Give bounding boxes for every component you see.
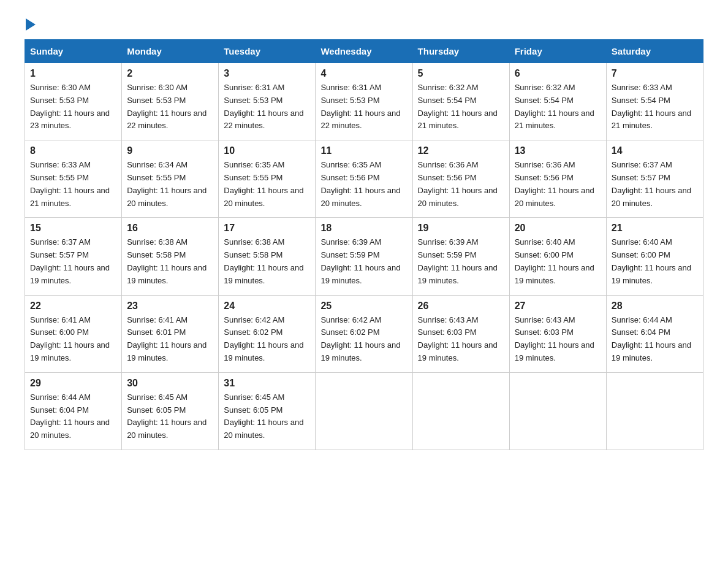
day-number: 9 <box>127 145 213 156</box>
day-number: 15 <box>30 223 116 234</box>
column-header-friday: Friday <box>509 40 606 63</box>
day-info: Sunrise: 6:43 AMSunset: 6:03 PMDaylight:… <box>418 315 498 362</box>
day-info: Sunrise: 6:32 AMSunset: 5:54 PMDaylight:… <box>418 83 498 130</box>
day-number: 31 <box>224 378 310 389</box>
day-number: 28 <box>612 301 698 312</box>
calendar-cell: 19Sunrise: 6:39 AMSunset: 5:59 PMDayligh… <box>412 218 509 295</box>
day-info: Sunrise: 6:32 AMSunset: 5:54 PMDaylight:… <box>515 83 594 130</box>
calendar-cell: 2Sunrise: 6:30 AMSunset: 5:53 PMDaylight… <box>122 63 219 140</box>
calendar-week-row: 1Sunrise: 6:30 AMSunset: 5:53 PMDaylight… <box>25 63 703 140</box>
day-info: Sunrise: 6:37 AMSunset: 5:57 PMDaylight:… <box>612 160 691 207</box>
day-info: Sunrise: 6:33 AMSunset: 5:55 PMDaylight:… <box>30 160 110 207</box>
calendar-cell: 27Sunrise: 6:43 AMSunset: 6:03 PMDayligh… <box>509 295 606 372</box>
calendar-cell: 22Sunrise: 6:41 AMSunset: 6:00 PMDayligh… <box>25 295 122 372</box>
day-number: 8 <box>30 145 116 156</box>
day-number: 19 <box>418 223 504 234</box>
calendar-week-row: 22Sunrise: 6:41 AMSunset: 6:00 PMDayligh… <box>25 295 703 372</box>
day-number: 27 <box>515 301 601 312</box>
day-info: Sunrise: 6:36 AMSunset: 5:56 PMDaylight:… <box>515 160 594 207</box>
calendar-cell: 6Sunrise: 6:32 AMSunset: 5:54 PMDaylight… <box>509 63 606 140</box>
day-number: 24 <box>224 301 310 312</box>
day-info: Sunrise: 6:35 AMSunset: 5:55 PMDaylight:… <box>224 160 303 207</box>
day-number: 18 <box>320 223 407 234</box>
day-info: Sunrise: 6:36 AMSunset: 5:56 PMDaylight:… <box>418 160 498 207</box>
day-number: 12 <box>418 145 504 156</box>
calendar-cell: 17Sunrise: 6:38 AMSunset: 5:58 PMDayligh… <box>219 218 316 295</box>
day-number: 5 <box>418 68 504 79</box>
day-info: Sunrise: 6:45 AMSunset: 6:05 PMDaylight:… <box>224 393 303 440</box>
day-info: Sunrise: 6:35 AMSunset: 5:56 PMDaylight:… <box>320 160 400 207</box>
day-info: Sunrise: 6:30 AMSunset: 5:53 PMDaylight:… <box>30 83 110 130</box>
day-info: Sunrise: 6:38 AMSunset: 5:58 PMDaylight:… <box>127 237 207 285</box>
day-number: 20 <box>515 223 601 234</box>
day-info: Sunrise: 6:44 AMSunset: 6:04 PMDaylight:… <box>612 315 691 362</box>
calendar-cell: 24Sunrise: 6:42 AMSunset: 6:02 PMDayligh… <box>219 295 316 372</box>
day-number: 11 <box>320 145 407 156</box>
column-header-sunday: Sunday <box>25 40 122 63</box>
day-number: 6 <box>515 68 601 79</box>
day-number: 4 <box>320 68 407 79</box>
calendar-cell: 28Sunrise: 6:44 AMSunset: 6:04 PMDayligh… <box>606 295 703 372</box>
calendar-cell: 30Sunrise: 6:45 AMSunset: 6:05 PMDayligh… <box>122 372 219 450</box>
day-info: Sunrise: 6:45 AMSunset: 6:05 PMDaylight:… <box>127 393 207 440</box>
calendar-cell: 14Sunrise: 6:37 AMSunset: 5:57 PMDayligh… <box>606 140 703 218</box>
day-info: Sunrise: 6:38 AMSunset: 5:58 PMDaylight:… <box>224 237 303 285</box>
day-info: Sunrise: 6:31 AMSunset: 5:53 PMDaylight:… <box>224 83 303 130</box>
calendar-cell: 16Sunrise: 6:38 AMSunset: 5:58 PMDayligh… <box>122 218 219 295</box>
day-number: 7 <box>612 68 698 79</box>
day-info: Sunrise: 6:34 AMSunset: 5:55 PMDaylight:… <box>127 160 207 207</box>
page-header <box>25 18 703 27</box>
calendar-cell: 11Sunrise: 6:35 AMSunset: 5:56 PMDayligh… <box>316 140 412 218</box>
calendar-cell: 5Sunrise: 6:32 AMSunset: 5:54 PMDaylight… <box>412 63 509 140</box>
day-info: Sunrise: 6:40 AMSunset: 6:00 PMDaylight:… <box>612 237 691 285</box>
calendar-cell: 7Sunrise: 6:33 AMSunset: 5:54 PMDaylight… <box>606 63 703 140</box>
day-info: Sunrise: 6:33 AMSunset: 5:54 PMDaylight:… <box>612 83 691 130</box>
column-header-tuesday: Tuesday <box>219 40 316 63</box>
logo-arrow-icon <box>26 18 36 31</box>
calendar-cell <box>412 372 509 450</box>
day-number: 21 <box>612 223 698 234</box>
day-info: Sunrise: 6:41 AMSunset: 6:00 PMDaylight:… <box>30 315 110 362</box>
day-info: Sunrise: 6:39 AMSunset: 5:59 PMDaylight:… <box>418 237 498 285</box>
day-info: Sunrise: 6:43 AMSunset: 6:03 PMDaylight:… <box>515 315 594 362</box>
column-header-saturday: Saturday <box>606 40 703 63</box>
day-number: 1 <box>30 68 116 79</box>
calendar-cell: 31Sunrise: 6:45 AMSunset: 6:05 PMDayligh… <box>219 372 316 450</box>
day-info: Sunrise: 6:37 AMSunset: 5:57 PMDaylight:… <box>30 237 110 285</box>
calendar-week-row: 8Sunrise: 6:33 AMSunset: 5:55 PMDaylight… <box>25 140 703 218</box>
calendar-cell: 10Sunrise: 6:35 AMSunset: 5:55 PMDayligh… <box>219 140 316 218</box>
day-number: 29 <box>30 378 116 389</box>
day-info: Sunrise: 6:42 AMSunset: 6:02 PMDaylight:… <box>224 315 303 362</box>
calendar-cell: 8Sunrise: 6:33 AMSunset: 5:55 PMDaylight… <box>25 140 122 218</box>
day-number: 13 <box>515 145 601 156</box>
calendar-cell: 4Sunrise: 6:31 AMSunset: 5:53 PMDaylight… <box>316 63 412 140</box>
day-number: 23 <box>127 301 213 312</box>
day-number: 22 <box>30 301 116 312</box>
calendar-week-row: 15Sunrise: 6:37 AMSunset: 5:57 PMDayligh… <box>25 218 703 295</box>
day-number: 17 <box>224 223 310 234</box>
day-info: Sunrise: 6:40 AMSunset: 6:00 PMDaylight:… <box>515 237 594 285</box>
calendar-cell <box>509 372 606 450</box>
day-number: 25 <box>320 301 407 312</box>
calendar-cell: 3Sunrise: 6:31 AMSunset: 5:53 PMDaylight… <box>219 63 316 140</box>
calendar-cell: 23Sunrise: 6:41 AMSunset: 6:01 PMDayligh… <box>122 295 219 372</box>
calendar-cell: 18Sunrise: 6:39 AMSunset: 5:59 PMDayligh… <box>316 218 412 295</box>
calendar-cell <box>316 372 412 450</box>
logo <box>25 18 36 27</box>
calendar-cell: 21Sunrise: 6:40 AMSunset: 6:00 PMDayligh… <box>606 218 703 295</box>
calendar-cell: 20Sunrise: 6:40 AMSunset: 6:00 PMDayligh… <box>509 218 606 295</box>
day-info: Sunrise: 6:30 AMSunset: 5:53 PMDaylight:… <box>127 83 207 130</box>
day-info: Sunrise: 6:39 AMSunset: 5:59 PMDaylight:… <box>320 237 400 285</box>
column-header-monday: Monday <box>122 40 219 63</box>
calendar-cell: 12Sunrise: 6:36 AMSunset: 5:56 PMDayligh… <box>412 140 509 218</box>
day-info: Sunrise: 6:31 AMSunset: 5:53 PMDaylight:… <box>320 83 400 130</box>
day-info: Sunrise: 6:41 AMSunset: 6:01 PMDaylight:… <box>127 315 207 362</box>
day-info: Sunrise: 6:42 AMSunset: 6:02 PMDaylight:… <box>320 315 400 362</box>
calendar-cell: 29Sunrise: 6:44 AMSunset: 6:04 PMDayligh… <box>25 372 122 450</box>
calendar-cell: 26Sunrise: 6:43 AMSunset: 6:03 PMDayligh… <box>412 295 509 372</box>
day-number: 26 <box>418 301 504 312</box>
calendar-cell: 15Sunrise: 6:37 AMSunset: 5:57 PMDayligh… <box>25 218 122 295</box>
calendar-cell: 1Sunrise: 6:30 AMSunset: 5:53 PMDaylight… <box>25 63 122 140</box>
column-header-wednesday: Wednesday <box>316 40 412 63</box>
day-number: 30 <box>127 378 213 389</box>
